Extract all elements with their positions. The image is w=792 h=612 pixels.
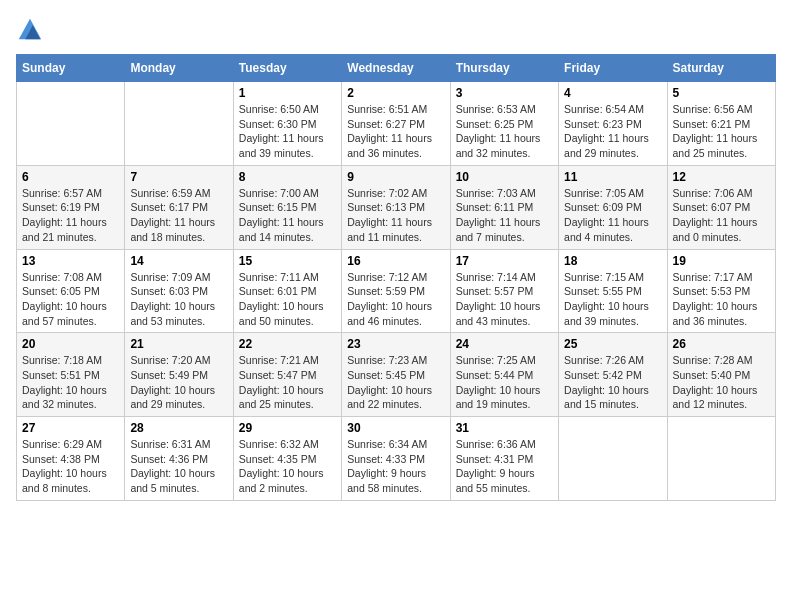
day-number: 10 xyxy=(456,170,553,184)
day-cell: 12Sunrise: 7:06 AM Sunset: 6:07 PM Dayli… xyxy=(667,165,775,249)
day-number: 21 xyxy=(130,337,227,351)
day-cell: 20Sunrise: 7:18 AM Sunset: 5:51 PM Dayli… xyxy=(17,333,125,417)
day-cell: 17Sunrise: 7:14 AM Sunset: 5:57 PM Dayli… xyxy=(450,249,558,333)
day-number: 17 xyxy=(456,254,553,268)
day-number: 12 xyxy=(673,170,770,184)
day-cell: 31Sunrise: 6:36 AM Sunset: 4:31 PM Dayli… xyxy=(450,417,558,501)
day-number: 3 xyxy=(456,86,553,100)
day-number: 16 xyxy=(347,254,444,268)
day-content: Sunrise: 6:59 AM Sunset: 6:17 PM Dayligh… xyxy=(130,186,227,245)
calendar-header: SundayMondayTuesdayWednesdayThursdayFrid… xyxy=(17,55,776,82)
week-row-5: 27Sunrise: 6:29 AM Sunset: 4:38 PM Dayli… xyxy=(17,417,776,501)
day-cell: 14Sunrise: 7:09 AM Sunset: 6:03 PM Dayli… xyxy=(125,249,233,333)
day-content: Sunrise: 7:25 AM Sunset: 5:44 PM Dayligh… xyxy=(456,353,553,412)
day-number: 6 xyxy=(22,170,119,184)
day-cell: 8Sunrise: 7:00 AM Sunset: 6:15 PM Daylig… xyxy=(233,165,341,249)
week-row-1: 1Sunrise: 6:50 AM Sunset: 6:30 PM Daylig… xyxy=(17,82,776,166)
page-header xyxy=(16,16,776,44)
day-cell: 24Sunrise: 7:25 AM Sunset: 5:44 PM Dayli… xyxy=(450,333,558,417)
day-content: Sunrise: 6:36 AM Sunset: 4:31 PM Dayligh… xyxy=(456,437,553,496)
day-content: Sunrise: 7:09 AM Sunset: 6:03 PM Dayligh… xyxy=(130,270,227,329)
day-cell xyxy=(17,82,125,166)
header-cell-saturday: Saturday xyxy=(667,55,775,82)
day-cell: 29Sunrise: 6:32 AM Sunset: 4:35 PM Dayli… xyxy=(233,417,341,501)
logo xyxy=(16,16,48,44)
day-content: Sunrise: 7:02 AM Sunset: 6:13 PM Dayligh… xyxy=(347,186,444,245)
day-number: 29 xyxy=(239,421,336,435)
header-cell-wednesday: Wednesday xyxy=(342,55,450,82)
day-content: Sunrise: 7:03 AM Sunset: 6:11 PM Dayligh… xyxy=(456,186,553,245)
day-content: Sunrise: 7:11 AM Sunset: 6:01 PM Dayligh… xyxy=(239,270,336,329)
day-cell: 11Sunrise: 7:05 AM Sunset: 6:09 PM Dayli… xyxy=(559,165,667,249)
day-cell: 2Sunrise: 6:51 AM Sunset: 6:27 PM Daylig… xyxy=(342,82,450,166)
day-cell: 13Sunrise: 7:08 AM Sunset: 6:05 PM Dayli… xyxy=(17,249,125,333)
day-content: Sunrise: 7:06 AM Sunset: 6:07 PM Dayligh… xyxy=(673,186,770,245)
day-content: Sunrise: 7:05 AM Sunset: 6:09 PM Dayligh… xyxy=(564,186,661,245)
day-cell: 28Sunrise: 6:31 AM Sunset: 4:36 PM Dayli… xyxy=(125,417,233,501)
day-content: Sunrise: 7:26 AM Sunset: 5:42 PM Dayligh… xyxy=(564,353,661,412)
day-number: 4 xyxy=(564,86,661,100)
header-cell-sunday: Sunday xyxy=(17,55,125,82)
day-content: Sunrise: 6:34 AM Sunset: 4:33 PM Dayligh… xyxy=(347,437,444,496)
day-number: 23 xyxy=(347,337,444,351)
day-content: Sunrise: 6:54 AM Sunset: 6:23 PM Dayligh… xyxy=(564,102,661,161)
day-content: Sunrise: 6:56 AM Sunset: 6:21 PM Dayligh… xyxy=(673,102,770,161)
day-number: 25 xyxy=(564,337,661,351)
day-cell: 16Sunrise: 7:12 AM Sunset: 5:59 PM Dayli… xyxy=(342,249,450,333)
day-cell: 26Sunrise: 7:28 AM Sunset: 5:40 PM Dayli… xyxy=(667,333,775,417)
day-number: 8 xyxy=(239,170,336,184)
day-content: Sunrise: 6:53 AM Sunset: 6:25 PM Dayligh… xyxy=(456,102,553,161)
header-cell-friday: Friday xyxy=(559,55,667,82)
day-cell: 19Sunrise: 7:17 AM Sunset: 5:53 PM Dayli… xyxy=(667,249,775,333)
day-content: Sunrise: 7:12 AM Sunset: 5:59 PM Dayligh… xyxy=(347,270,444,329)
day-content: Sunrise: 6:32 AM Sunset: 4:35 PM Dayligh… xyxy=(239,437,336,496)
day-content: Sunrise: 6:57 AM Sunset: 6:19 PM Dayligh… xyxy=(22,186,119,245)
calendar-body: 1Sunrise: 6:50 AM Sunset: 6:30 PM Daylig… xyxy=(17,82,776,501)
day-content: Sunrise: 6:51 AM Sunset: 6:27 PM Dayligh… xyxy=(347,102,444,161)
day-number: 26 xyxy=(673,337,770,351)
day-cell xyxy=(559,417,667,501)
week-row-4: 20Sunrise: 7:18 AM Sunset: 5:51 PM Dayli… xyxy=(17,333,776,417)
day-number: 15 xyxy=(239,254,336,268)
header-cell-tuesday: Tuesday xyxy=(233,55,341,82)
day-content: Sunrise: 7:08 AM Sunset: 6:05 PM Dayligh… xyxy=(22,270,119,329)
day-cell: 3Sunrise: 6:53 AM Sunset: 6:25 PM Daylig… xyxy=(450,82,558,166)
day-number: 9 xyxy=(347,170,444,184)
day-content: Sunrise: 7:20 AM Sunset: 5:49 PM Dayligh… xyxy=(130,353,227,412)
day-cell: 7Sunrise: 6:59 AM Sunset: 6:17 PM Daylig… xyxy=(125,165,233,249)
day-cell xyxy=(125,82,233,166)
calendar-table: SundayMondayTuesdayWednesdayThursdayFrid… xyxy=(16,54,776,501)
week-row-3: 13Sunrise: 7:08 AM Sunset: 6:05 PM Dayli… xyxy=(17,249,776,333)
day-number: 24 xyxy=(456,337,553,351)
day-number: 28 xyxy=(130,421,227,435)
day-content: Sunrise: 7:15 AM Sunset: 5:55 PM Dayligh… xyxy=(564,270,661,329)
day-content: Sunrise: 7:28 AM Sunset: 5:40 PM Dayligh… xyxy=(673,353,770,412)
header-row: SundayMondayTuesdayWednesdayThursdayFrid… xyxy=(17,55,776,82)
day-number: 30 xyxy=(347,421,444,435)
day-content: Sunrise: 6:29 AM Sunset: 4:38 PM Dayligh… xyxy=(22,437,119,496)
day-content: Sunrise: 6:50 AM Sunset: 6:30 PM Dayligh… xyxy=(239,102,336,161)
week-row-2: 6Sunrise: 6:57 AM Sunset: 6:19 PM Daylig… xyxy=(17,165,776,249)
day-cell: 22Sunrise: 7:21 AM Sunset: 5:47 PM Dayli… xyxy=(233,333,341,417)
day-number: 19 xyxy=(673,254,770,268)
day-cell: 1Sunrise: 6:50 AM Sunset: 6:30 PM Daylig… xyxy=(233,82,341,166)
day-number: 7 xyxy=(130,170,227,184)
logo-icon xyxy=(16,16,44,44)
day-cell: 9Sunrise: 7:02 AM Sunset: 6:13 PM Daylig… xyxy=(342,165,450,249)
day-cell: 25Sunrise: 7:26 AM Sunset: 5:42 PM Dayli… xyxy=(559,333,667,417)
day-content: Sunrise: 7:18 AM Sunset: 5:51 PM Dayligh… xyxy=(22,353,119,412)
day-number: 18 xyxy=(564,254,661,268)
day-cell: 21Sunrise: 7:20 AM Sunset: 5:49 PM Dayli… xyxy=(125,333,233,417)
day-cell: 15Sunrise: 7:11 AM Sunset: 6:01 PM Dayli… xyxy=(233,249,341,333)
day-number: 5 xyxy=(673,86,770,100)
header-cell-thursday: Thursday xyxy=(450,55,558,82)
day-cell: 23Sunrise: 7:23 AM Sunset: 5:45 PM Dayli… xyxy=(342,333,450,417)
day-number: 22 xyxy=(239,337,336,351)
header-cell-monday: Monday xyxy=(125,55,233,82)
day-number: 11 xyxy=(564,170,661,184)
day-cell xyxy=(667,417,775,501)
day-number: 13 xyxy=(22,254,119,268)
day-number: 1 xyxy=(239,86,336,100)
day-content: Sunrise: 6:31 AM Sunset: 4:36 PM Dayligh… xyxy=(130,437,227,496)
day-number: 20 xyxy=(22,337,119,351)
